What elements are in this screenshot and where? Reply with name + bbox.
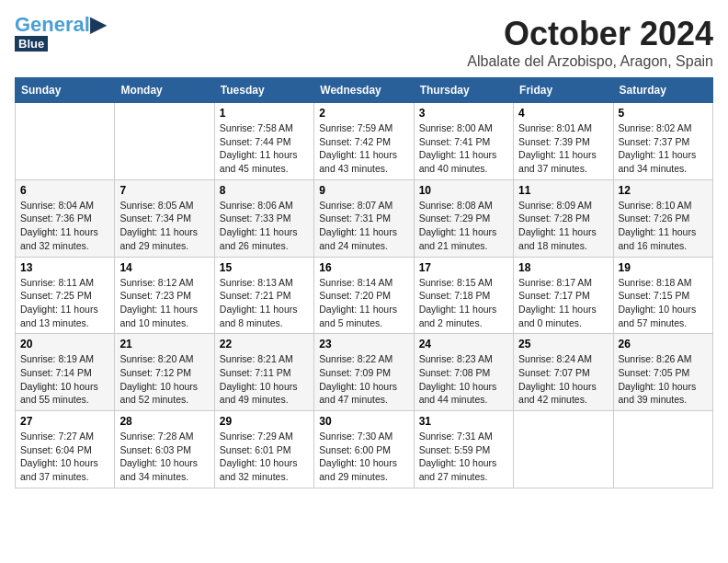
day-number: 17 — [419, 261, 508, 274]
day-detail: Sunrise: 8:01 AMSunset: 7:39 PMDaylight:… — [518, 121, 608, 176]
day-detail: Sunrise: 7:31 AMSunset: 5:59 PMDaylight:… — [419, 430, 508, 484]
calendar-cell: 20Sunrise: 8:19 AMSunset: 7:14 PMDayligh… — [16, 334, 115, 411]
calendar-cell: 23Sunrise: 8:22 AMSunset: 7:09 PMDayligh… — [314, 334, 414, 411]
day-detail: Sunrise: 8:13 AMSunset: 7:21 PMDaylight:… — [220, 276, 309, 330]
day-detail: Sunrise: 8:00 AMSunset: 7:41 PMDaylight:… — [419, 121, 508, 176]
day-number: 12 — [619, 184, 708, 197]
calendar-cell — [16, 103, 115, 180]
day-detail: Sunrise: 8:12 AMSunset: 7:23 PMDaylight:… — [119, 276, 209, 330]
day-number: 21 — [119, 338, 209, 350]
day-number: 5 — [619, 107, 708, 120]
calendar-cell: 9Sunrise: 8:07 AMSunset: 7:31 PMDaylight… — [314, 179, 414, 257]
calendar-week-row: 6Sunrise: 8:04 AMSunset: 7:36 PMDaylight… — [16, 179, 713, 257]
day-number: 25 — [518, 338, 608, 350]
calendar-cell: 26Sunrise: 8:26 AMSunset: 7:05 PMDayligh… — [613, 334, 712, 411]
calendar-cell: 10Sunrise: 8:08 AMSunset: 7:29 PMDayligh… — [414, 179, 513, 257]
day-number: 6 — [20, 184, 109, 197]
calendar-cell: 7Sunrise: 8:05 AMSunset: 7:34 PMDaylight… — [115, 179, 214, 257]
calendar-cell: 29Sunrise: 7:29 AMSunset: 6:01 PMDayligh… — [214, 411, 313, 488]
day-detail: Sunrise: 7:27 AMSunset: 6:04 PMDaylight:… — [20, 430, 109, 484]
calendar-cell: 25Sunrise: 8:24 AMSunset: 7:07 PMDayligh… — [514, 334, 613, 411]
calendar-week-row: 20Sunrise: 8:19 AMSunset: 7:14 PMDayligh… — [16, 334, 713, 411]
day-number: 18 — [518, 261, 608, 274]
day-detail: Sunrise: 8:26 AMSunset: 7:05 PMDaylight:… — [619, 352, 708, 407]
page-header: General▶ Blue October 2024 Albalate del … — [15, 15, 713, 70]
day-detail: Sunrise: 7:30 AMSunset: 6:00 PMDaylight:… — [319, 430, 408, 484]
calendar-cell: 14Sunrise: 8:12 AMSunset: 7:23 PMDayligh… — [115, 257, 214, 334]
location: Albalate del Arzobispo, Aragon, Spain — [467, 53, 713, 70]
weekday-header: Saturday — [613, 78, 712, 103]
calendar-cell: 5Sunrise: 8:02 AMSunset: 7:37 PMDaylight… — [613, 103, 712, 180]
calendar-cell: 3Sunrise: 8:00 AMSunset: 7:41 PMDaylight… — [414, 103, 513, 180]
day-detail: Sunrise: 8:24 AMSunset: 7:07 PMDaylight:… — [518, 352, 608, 407]
day-detail: Sunrise: 8:20 AMSunset: 7:12 PMDaylight:… — [119, 352, 209, 407]
day-detail: Sunrise: 8:04 AMSunset: 7:36 PMDaylight:… — [20, 199, 109, 253]
day-number: 11 — [518, 184, 608, 197]
calendar-week-row: 27Sunrise: 7:27 AMSunset: 6:04 PMDayligh… — [16, 411, 713, 488]
day-detail: Sunrise: 8:06 AMSunset: 7:33 PMDaylight:… — [220, 199, 309, 253]
calendar-cell: 15Sunrise: 8:13 AMSunset: 7:21 PMDayligh… — [214, 257, 313, 334]
day-detail: Sunrise: 8:23 AMSunset: 7:08 PMDaylight:… — [419, 352, 508, 407]
day-detail: Sunrise: 8:19 AMSunset: 7:14 PMDaylight:… — [20, 352, 109, 407]
day-number: 4 — [518, 107, 608, 120]
calendar-table: SundayMondayTuesdayWednesdayThursdayFrid… — [15, 77, 713, 488]
day-number: 31 — [419, 415, 508, 428]
day-number: 22 — [220, 338, 309, 350]
weekday-header: Thursday — [414, 78, 513, 103]
logo-text: General▶ — [15, 15, 106, 35]
day-number: 9 — [319, 184, 408, 197]
weekday-header: Monday — [115, 78, 214, 103]
day-number: 28 — [119, 415, 209, 428]
title-block: October 2024 Albalate del Arzobispo, Ara… — [467, 15, 713, 70]
calendar-cell: 24Sunrise: 8:23 AMSunset: 7:08 PMDayligh… — [414, 334, 513, 411]
calendar-cell: 8Sunrise: 8:06 AMSunset: 7:33 PMDaylight… — [214, 179, 313, 257]
day-detail: Sunrise: 8:07 AMSunset: 7:31 PMDaylight:… — [319, 199, 408, 253]
day-detail: Sunrise: 7:29 AMSunset: 6:01 PMDaylight:… — [220, 430, 309, 484]
day-detail: Sunrise: 8:09 AMSunset: 7:28 PMDaylight:… — [518, 199, 608, 253]
weekday-header: Friday — [514, 78, 613, 103]
calendar-cell: 18Sunrise: 8:17 AMSunset: 7:17 PMDayligh… — [514, 257, 613, 334]
calendar-cell: 13Sunrise: 8:11 AMSunset: 7:25 PMDayligh… — [16, 257, 115, 334]
calendar-cell — [514, 411, 613, 488]
day-detail: Sunrise: 8:17 AMSunset: 7:17 PMDaylight:… — [518, 276, 608, 330]
day-number: 10 — [419, 184, 508, 197]
calendar-cell: 11Sunrise: 8:09 AMSunset: 7:28 PMDayligh… — [514, 179, 613, 257]
calendar-cell: 30Sunrise: 7:30 AMSunset: 6:00 PMDayligh… — [314, 411, 414, 488]
calendar-cell: 6Sunrise: 8:04 AMSunset: 7:36 PMDaylight… — [16, 179, 115, 257]
day-detail: Sunrise: 8:15 AMSunset: 7:18 PMDaylight:… — [419, 276, 508, 330]
day-detail: Sunrise: 8:21 AMSunset: 7:11 PMDaylight:… — [220, 352, 309, 407]
logo-blue: Blue — [15, 36, 48, 52]
calendar-cell: 22Sunrise: 8:21 AMSunset: 7:11 PMDayligh… — [214, 334, 313, 411]
day-number: 14 — [119, 261, 209, 274]
logo-general: General — [15, 13, 90, 36]
day-number: 8 — [220, 184, 309, 197]
day-detail: Sunrise: 8:11 AMSunset: 7:25 PMDaylight:… — [20, 276, 109, 330]
weekday-header: Wednesday — [314, 78, 414, 103]
calendar-cell: 21Sunrise: 8:20 AMSunset: 7:12 PMDayligh… — [115, 334, 214, 411]
day-number: 30 — [319, 415, 408, 428]
weekday-header: Sunday — [16, 78, 115, 103]
calendar-week-row: 1Sunrise: 7:58 AMSunset: 7:44 PMDaylight… — [16, 103, 713, 180]
day-number: 2 — [319, 107, 408, 120]
calendar-cell: 28Sunrise: 7:28 AMSunset: 6:03 PMDayligh… — [115, 411, 214, 488]
logo: General▶ Blue — [15, 15, 106, 52]
calendar-header-row: SundayMondayTuesdayWednesdayThursdayFrid… — [16, 78, 713, 103]
month-title: October 2024 — [467, 15, 713, 53]
day-number: 19 — [619, 261, 708, 274]
calendar-week-row: 13Sunrise: 8:11 AMSunset: 7:25 PMDayligh… — [16, 257, 713, 334]
calendar-cell: 27Sunrise: 7:27 AMSunset: 6:04 PMDayligh… — [16, 411, 115, 488]
day-number: 15 — [220, 261, 309, 274]
calendar-cell — [613, 411, 712, 488]
day-detail: Sunrise: 8:08 AMSunset: 7:29 PMDaylight:… — [419, 199, 508, 253]
calendar-cell: 12Sunrise: 8:10 AMSunset: 7:26 PMDayligh… — [613, 179, 712, 257]
weekday-header: Tuesday — [214, 78, 313, 103]
day-number: 23 — [319, 338, 408, 350]
day-detail: Sunrise: 8:22 AMSunset: 7:09 PMDaylight:… — [319, 352, 408, 407]
day-number: 26 — [619, 338, 708, 350]
day-number: 7 — [119, 184, 209, 197]
calendar-cell: 31Sunrise: 7:31 AMSunset: 5:59 PMDayligh… — [414, 411, 513, 488]
calendar-cell: 4Sunrise: 8:01 AMSunset: 7:39 PMDaylight… — [514, 103, 613, 180]
day-number: 1 — [220, 107, 309, 120]
day-number: 27 — [20, 415, 109, 428]
calendar-cell: 17Sunrise: 8:15 AMSunset: 7:18 PMDayligh… — [414, 257, 513, 334]
